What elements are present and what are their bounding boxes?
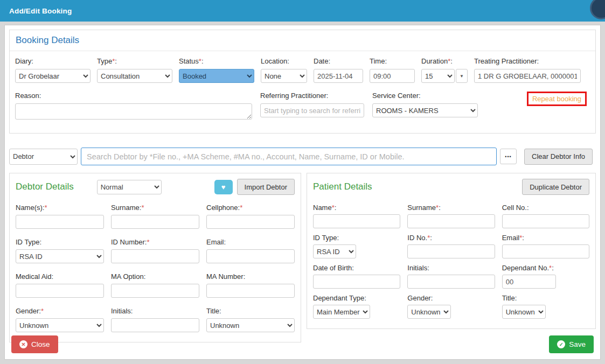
field-id-number: ID Number:* (111, 238, 199, 263)
highlight-box: Repeat booking (527, 92, 587, 106)
cellphone-input[interactable] (206, 215, 295, 229)
field-name-s: Name(s):* (16, 204, 104, 229)
clear-debtor-info-button[interactable]: Clear Debtor Info (524, 149, 593, 165)
gender-select[interactable]: Unknown (16, 318, 104, 332)
cell-no-label: Cell No.: (502, 204, 589, 212)
ma-number-input[interactable] (206, 284, 295, 298)
duration-select[interactable]: 15 (421, 69, 455, 83)
patient-details-title: Patient Details (313, 181, 372, 192)
time-label: Time: (370, 57, 415, 65)
treating-practitioner-input[interactable] (474, 69, 581, 83)
date-of-birth-input[interactable] (313, 275, 400, 289)
dependant-no-input[interactable] (502, 275, 556, 289)
status-select[interactable]: Booked (179, 69, 254, 83)
medical-aid-input[interactable] (16, 284, 104, 298)
field-id-type: ID Type:RSA ID (313, 234, 400, 258)
title-label: Title: (206, 307, 295, 315)
initials-input[interactable] (111, 318, 199, 332)
repeat-booking-link[interactable]: Repeat booking (532, 95, 581, 103)
surname-input[interactable] (407, 214, 495, 228)
id-no-input[interactable] (407, 244, 495, 258)
time-input[interactable] (370, 69, 415, 83)
cell-no-input[interactable] (502, 214, 589, 228)
name-s-input[interactable] (16, 215, 104, 229)
service-center-select[interactable]: ROOMS - KAMERS (372, 103, 478, 117)
id-type-select[interactable]: RSA ID (16, 249, 104, 263)
ellipsis-icon: ••• (505, 154, 511, 159)
name-input[interactable] (313, 214, 400, 228)
field-dependant-type: Dependant Type:Main Member (313, 294, 400, 319)
debtor-details-section: Debtor Details Normal ♥ Import Debtor Na… (9, 173, 301, 342)
field-initials: Initials: (111, 307, 199, 332)
date-label: Date: (314, 57, 363, 65)
email-input[interactable] (206, 249, 295, 263)
ma-option-label: MA Option: (111, 272, 199, 281)
debtor-search-input[interactable] (81, 148, 497, 165)
cellphone-label: Cellphone:* (206, 204, 295, 212)
title-select[interactable]: Unknown (206, 318, 295, 332)
referring-practitioner-field: Referring Practitioner: (260, 92, 364, 117)
reason-textarea[interactable] (15, 103, 252, 120)
time-field: Time: (370, 57, 415, 83)
referring-practitioner-input[interactable] (260, 103, 364, 117)
date-input[interactable] (314, 69, 363, 83)
debtor-fields-grid: Name(s):*Surname:*Cellphone:*ID Type:RSA… (10, 199, 301, 342)
duration-dropdown-button[interactable]: ▼ (456, 69, 468, 83)
booking-modal: Booking Details Diary: Dr Grobelaar Type… (4, 25, 601, 360)
location-field: Location: None (261, 57, 307, 83)
field-cellphone: Cellphone:* (206, 204, 295, 229)
booking-details-section: Booking Details Diary: Dr Grobelaar Type… (9, 30, 596, 134)
reason-field: Reason: (15, 92, 252, 121)
id-type-select[interactable]: RSA ID (313, 244, 356, 258)
search-type-select[interactable]: Debtor (9, 149, 78, 165)
referring-practitioner-label: Referring Practitioner: (260, 92, 364, 100)
booking-details-title: Booking Details (10, 30, 595, 51)
status-label: Status*: (179, 57, 254, 65)
close-circle-icon: ✕ (19, 340, 27, 348)
field-email: Email: (206, 238, 295, 263)
field-title: Title:Unknown (502, 294, 589, 319)
type-select[interactable]: Consultation (97, 69, 172, 83)
location-select[interactable]: None (261, 69, 307, 83)
email-input[interactable] (502, 244, 589, 258)
diary-select[interactable]: Dr Grobelaar (15, 69, 91, 83)
initials-input[interactable] (407, 275, 495, 289)
field-surname: Surname:* (111, 204, 199, 229)
gender-select[interactable]: Unknown (407, 305, 451, 319)
treating-practitioner-field: Treating Practitioner: (474, 57, 581, 83)
id-type-label: ID Type: (16, 238, 104, 246)
service-center-label: Service Center: (372, 92, 478, 100)
debtor-search-row: Debtor ••• Clear Debtor Info (9, 148, 596, 165)
ma-option-input[interactable] (111, 284, 199, 298)
field-gender: Gender:*Unknown (16, 307, 104, 332)
date-of-birth-label: Date of Birth: (313, 264, 400, 272)
dependant-type-select[interactable]: Main Member (313, 305, 370, 319)
dependant-type-label: Dependant Type: (313, 294, 400, 302)
email-label: Email*: (502, 234, 589, 242)
id-number-label: ID Number:* (111, 238, 199, 246)
duplicate-debtor-button[interactable]: Duplicate Debtor (522, 179, 589, 195)
type-field: Type*: Consultation (97, 57, 172, 83)
title-select[interactable]: Unknown (502, 305, 546, 319)
id-number-input[interactable] (111, 249, 199, 263)
save-button[interactable]: ✓ Save (549, 335, 594, 353)
field-initials: Initials: (407, 264, 495, 289)
import-debtor-button[interactable]: Import Debtor (237, 179, 295, 195)
field-email: Email*: (502, 234, 589, 258)
title-bar: Add/Edit Booking (0, 0, 605, 22)
id-type-label: ID Type: (313, 234, 400, 242)
close-button[interactable]: ✕ Close (11, 335, 58, 353)
field-medical-aid: Medical Aid: (16, 272, 104, 298)
title-label: Title: (502, 294, 589, 302)
surname-input[interactable] (111, 215, 199, 229)
field-title: Title:Unknown (206, 307, 295, 332)
more-options-button[interactable]: ••• (500, 149, 517, 164)
date-field: Date: (314, 57, 363, 83)
close-button-label: Close (31, 340, 50, 348)
debtor-mode-select[interactable]: Normal (97, 180, 162, 194)
chevron-down-icon: ▼ (460, 74, 464, 79)
field-ma-number: MA Number: (206, 272, 295, 298)
gender-label: Gender: (407, 294, 495, 302)
benefit-check-button[interactable]: ♥ (214, 180, 233, 194)
name-s-label: Name(s):* (16, 204, 104, 212)
